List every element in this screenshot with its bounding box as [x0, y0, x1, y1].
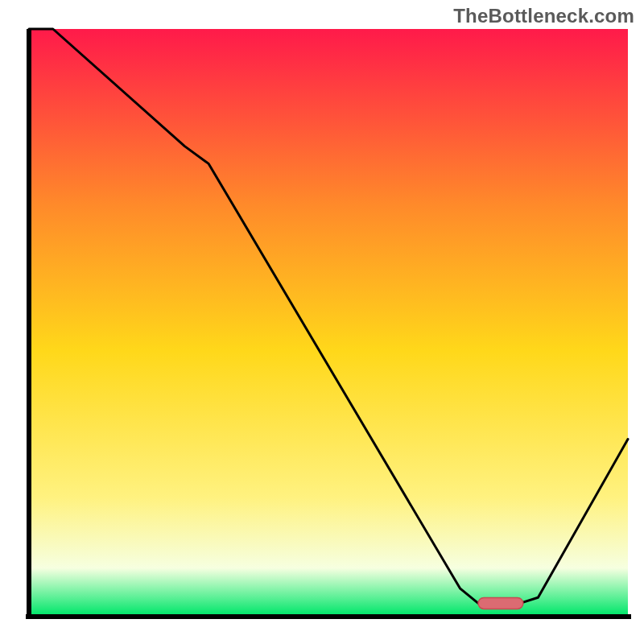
bottleneck-chart: TheBottleneck.com	[0, 0, 644, 644]
gradient-background	[29, 29, 628, 615]
watermark-label: TheBottleneck.com	[453, 5, 634, 27]
chart-svg	[0, 0, 644, 644]
optimum-marker	[478, 597, 523, 609]
